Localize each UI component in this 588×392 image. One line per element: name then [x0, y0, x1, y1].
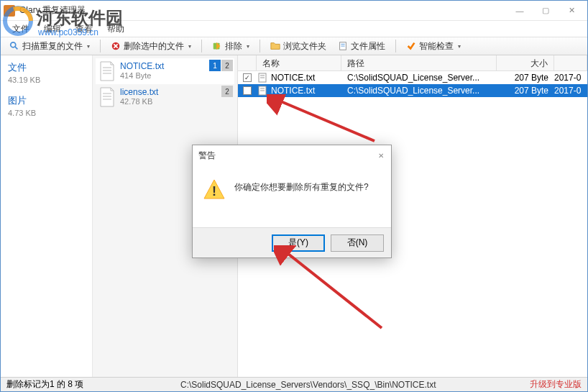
table-header: 名称 路径 大小: [238, 55, 587, 71]
menu-view[interactable]: 查看: [68, 22, 100, 37]
delete-selected-button[interactable]: 删除选中的文件: [106, 39, 196, 54]
svg-text:!: !: [212, 184, 216, 199]
group-filesize: 414 Byte: [120, 71, 164, 80]
badge-total-count: 2: [221, 60, 233, 71]
scan-label: 扫描重复的文件: [22, 40, 83, 53]
close-button[interactable]: ✕: [559, 3, 584, 19]
row-name: NOTICE.txt: [270, 86, 341, 96]
menu-file[interactable]: 文件: [5, 22, 37, 37]
sidebar-category-files[interactable]: 文件 43.19 KB: [8, 61, 85, 84]
menu-edit[interactable]: 编辑: [37, 22, 68, 37]
badge-selected-count: 1: [209, 60, 221, 71]
row-checkbox[interactable]: [243, 86, 252, 95]
row-size: 207 Byte: [497, 73, 554, 83]
dialog-close-button[interactable]: ✕: [375, 150, 387, 161]
check-icon: [406, 41, 416, 51]
status-left: 删除标记为1 的 8 项: [1, 378, 175, 391]
app-icon: [4, 5, 15, 17]
badge-total-count: 2: [221, 86, 233, 97]
minimize-button[interactable]: —: [507, 3, 533, 19]
upgrade-link[interactable]: 升级到专业版: [524, 378, 587, 391]
titlebar: Glary 重复清理器 — ▢ ✕: [1, 1, 587, 21]
search-icon: [9, 41, 19, 51]
text-file-icon: [257, 73, 268, 83]
row-name: NOTICE.txt: [270, 73, 341, 83]
separator: [100, 40, 101, 53]
maximize-button[interactable]: ▢: [533, 3, 559, 19]
delete-icon: [111, 41, 121, 51]
browse-button[interactable]: 浏览文件夹: [266, 39, 331, 54]
text-file-icon: [98, 87, 116, 107]
statusbar: 删除标记为1 的 8 项 C:\SolidSQUAD_License_Serve…: [1, 377, 587, 391]
smart-check-button[interactable]: 智能检查: [402, 39, 465, 54]
yes-button[interactable]: 是(Y): [272, 234, 325, 252]
row-path: C:\SolidSQUAD_License_Server...: [341, 86, 497, 96]
col-name[interactable]: 名称: [257, 55, 341, 70]
warning-dialog: 警告 ✕ ! 你确定你想要删除所有重复的文件? 是(Y) 否(N): [192, 145, 392, 258]
sidebar-size: 4.73 KB: [8, 109, 85, 117]
dialog-message: 你确定你想要删除所有重复的文件?: [234, 178, 369, 193]
col-size[interactable]: 大小: [497, 55, 554, 70]
smart-check-label: 智能检查: [419, 40, 454, 53]
folder-icon: [270, 41, 280, 51]
status-path: C:\SolidSQUAD_License_Servers\Vendors\_S…: [175, 380, 524, 390]
no-button[interactable]: 否(N): [331, 234, 384, 252]
row-date: 2017-0: [554, 73, 587, 83]
exclude-label: 排除: [225, 40, 242, 53]
col-path[interactable]: 路径: [341, 55, 497, 70]
group-filename: NOTICE.txt: [120, 61, 164, 71]
col-date[interactable]: [554, 55, 587, 70]
row-size: 207 Byte: [497, 86, 554, 96]
group-item[interactable]: NOTICE.txt 414 Byte 1 2: [96, 58, 234, 84]
group-item[interactable]: license.txt 42.78 KB 2: [96, 84, 234, 110]
exclude-button[interactable]: 排除: [208, 39, 254, 54]
text-file-icon: [257, 86, 268, 96]
warning-icon: !: [203, 178, 226, 201]
sidebar-title: 图片: [8, 94, 85, 107]
menubar: 文件 编辑 查看 帮助: [1, 21, 587, 37]
svg-point-3: [11, 42, 16, 47]
sidebar-title: 文件: [8, 61, 85, 74]
menu-help[interactable]: 帮助: [100, 22, 132, 37]
col-checkbox[interactable]: [238, 55, 257, 70]
properties-label: 文件属性: [351, 40, 385, 53]
properties-button[interactable]: 文件属性: [334, 39, 390, 54]
group-filesize: 42.78 KB: [120, 97, 158, 106]
table-row[interactable]: ✓ NOTICE.txt C:\SolidSQUAD_License_Serve…: [238, 71, 587, 84]
text-file-icon: [98, 61, 116, 81]
table-row[interactable]: NOTICE.txt C:\SolidSQUAD_License_Server.…: [238, 84, 587, 97]
toolbar: 扫描重复的文件 删除选中的文件 排除 浏览文件夹 文件属性 智能检查: [1, 37, 587, 55]
separator: [259, 40, 260, 53]
browse-label: 浏览文件夹: [283, 40, 326, 53]
row-date: 2017-0: [554, 86, 587, 96]
window-title: Glary 重复清理器: [19, 4, 507, 17]
svg-line-4: [15, 47, 18, 50]
separator: [395, 40, 396, 53]
sidebar-size: 43.19 KB: [8, 76, 85, 84]
sidebar: 文件 43.19 KB 图片 4.73 KB: [1, 55, 93, 378]
scan-button[interactable]: 扫描重复的文件: [5, 39, 94, 54]
row-checkbox[interactable]: ✓: [243, 73, 252, 82]
group-filename: license.txt: [120, 87, 158, 97]
properties-icon: [338, 41, 348, 51]
exclude-icon: [212, 41, 222, 51]
dialog-title: 警告: [193, 145, 391, 165]
delete-selected-label: 删除选中的文件: [124, 40, 184, 53]
separator: [201, 40, 202, 53]
sidebar-category-images[interactable]: 图片 4.73 KB: [8, 94, 85, 117]
row-path: C:\SolidSQUAD_License_Server...: [341, 73, 497, 83]
